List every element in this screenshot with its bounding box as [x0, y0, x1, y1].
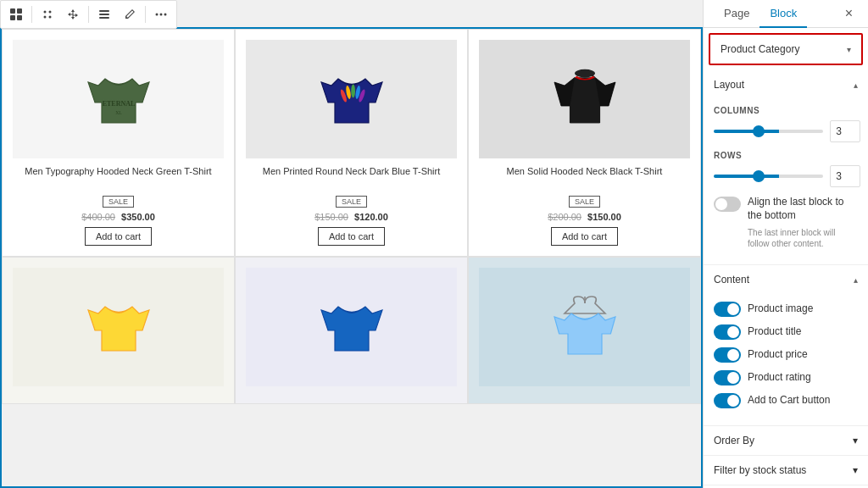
product-image-p6 — [479, 268, 690, 386]
columns-label: COLUMNS — [714, 106, 858, 115]
sale-price-p1: $350.00 — [121, 212, 155, 222]
product-image-p3 — [479, 40, 690, 158]
svg-rect-10 — [99, 17, 109, 19]
toggle-product-title: Product title — [714, 324, 858, 340]
svg-rect-8 — [99, 10, 109, 12]
layout-label: Layout — [714, 79, 744, 91]
grid-icon[interactable] — [6, 4, 26, 25]
columns-number-input[interactable]: 3 — [830, 120, 860, 142]
layout-header[interactable]: Layout ▴ — [704, 70, 868, 99]
svg-point-4 — [44, 11, 47, 14]
right-panel: Page Block × Product Category ▾ Layout ▴… — [703, 0, 868, 488]
columns-slider[interactable] — [714, 130, 823, 133]
toggle-product-rating-knob — [727, 372, 739, 384]
product-card-p5 — [235, 257, 468, 404]
order-by-chevron: ▾ — [853, 435, 858, 446]
toggle-product-title-knob — [727, 326, 739, 338]
order-by-section[interactable]: Order By ▾ — [704, 426, 868, 456]
more-icon[interactable] — [151, 4, 171, 25]
filter-stock-chevron: ▾ — [853, 464, 858, 476]
svg-text:XL: XL — [115, 110, 122, 115]
pen-icon[interactable] — [120, 4, 140, 25]
product-card-p1: ETERNAL XL Men Typography Hooded Neck Gr… — [2, 29, 235, 257]
product-category-label: Product Category — [721, 43, 799, 55]
toggle-product-title-label: Product title — [748, 325, 801, 339]
toggle-add-to-cart: Add to Cart button — [714, 392, 858, 408]
canvas-area: ETERNAL XL Men Typography Hooded Neck Gr… — [0, 0, 703, 488]
toggle-product-price: Product price — [714, 347, 858, 363]
product-category-header[interactable]: Product Category ▾ — [710, 35, 861, 64]
add-to-cart-p2[interactable]: Add to cart — [318, 227, 385, 246]
svg-point-12 — [160, 14, 163, 16]
product-image-p4 — [13, 268, 224, 386]
original-price-p1: $400.00 — [81, 212, 115, 222]
toggle-product-image-switch[interactable] — [714, 302, 741, 317]
svg-point-5 — [49, 11, 52, 14]
original-price-p3: $200.00 — [548, 212, 581, 222]
align-toggle[interactable] — [714, 197, 741, 212]
sale-badge-p3: SALE — [569, 196, 600, 208]
toggle-product-title-switch[interactable] — [714, 324, 741, 340]
divider-3 — [145, 6, 146, 23]
rows-slider[interactable] — [714, 175, 823, 178]
close-button[interactable]: × — [840, 0, 858, 27]
product-grid: ETERNAL XL Men Typography Hooded Neck Gr… — [2, 29, 701, 404]
toggle-product-price-switch[interactable] — [714, 347, 741, 363]
sale-price-p2: $120.00 — [354, 212, 388, 222]
product-title-p1: Men Typography Hooded Neck Green T-Shirt — [25, 165, 211, 191]
align-subtext: The last inner block will follow other c… — [748, 227, 858, 249]
svg-rect-3 — [17, 15, 22, 20]
filter-stock-section[interactable]: Filter by stock status ▾ — [704, 456, 868, 485]
svg-rect-2 — [10, 15, 15, 20]
product-category-chevron: ▾ — [847, 45, 851, 54]
toggle-add-to-cart-label: Add to Cart button — [748, 394, 830, 408]
product-category-section: Product Category ▾ — [709, 33, 863, 65]
svg-point-7 — [49, 16, 52, 19]
product-grid-wrapper: ETERNAL XL Men Typography Hooded Neck Gr… — [0, 27, 703, 488]
svg-point-18 — [351, 84, 355, 97]
order-by-label: Order By — [714, 435, 754, 446]
align-toggle-row: Align the last block to the bottom — [714, 196, 858, 222]
rows-number-input[interactable]: 3 — [830, 165, 860, 187]
original-price-p2: $150.00 — [314, 212, 348, 222]
svg-rect-1 — [17, 8, 22, 14]
columns-slider-row: 3 — [714, 120, 858, 142]
toggle-add-to-cart-knob — [727, 395, 739, 407]
divider-1 — [31, 6, 32, 23]
move-icon[interactable] — [37, 4, 58, 25]
price-row-p3: $200.00 $150.00 — [548, 212, 621, 222]
rows-slider-row: 3 — [714, 165, 858, 187]
product-card-p2: Men Printed Round Neck Dark Blue T-Shirt… — [235, 29, 468, 257]
product-image-p5 — [246, 268, 457, 386]
content-header[interactable]: Content ▴ — [704, 265, 868, 294]
add-to-cart-p3[interactable]: Add to cart — [551, 227, 618, 246]
content-section: Content ▴ Product image Product title — [704, 265, 868, 426]
divider-2 — [88, 6, 89, 23]
filter-stock-label: Filter by stock status — [714, 464, 806, 476]
price-row-p2: $150.00 $120.00 — [314, 212, 388, 222]
product-card-p4 — [2, 257, 235, 404]
content-label: Content — [714, 274, 749, 286]
tab-block[interactable]: Block — [760, 0, 807, 28]
list-icon[interactable] — [94, 4, 114, 25]
layout-chevron: ▴ — [854, 80, 858, 90]
toggle-product-rating-label: Product rating — [748, 371, 811, 385]
toggle-add-to-cart-switch[interactable] — [714, 393, 741, 408]
toggle-product-image-label: Product image — [748, 302, 813, 316]
product-title-p3: Men Solid Hooded Neck Black T-Shirt — [507, 165, 663, 191]
toggle-product-image-knob — [727, 303, 739, 315]
product-image-p2 — [246, 40, 457, 158]
content-toggles: Product image Product title Product pric… — [704, 294, 868, 425]
align-toggle-label: Align the last block to the bottom — [748, 196, 858, 222]
layout-section: Layout ▴ COLUMNS 3 ROWS 3 Align the last… — [704, 70, 868, 265]
add-to-cart-p1[interactable]: Add to cart — [85, 227, 152, 246]
svg-point-21 — [575, 69, 595, 78]
arrows-icon[interactable] — [63, 4, 83, 25]
toggle-product-price-knob — [727, 349, 739, 361]
svg-point-6 — [44, 16, 47, 19]
block-toolbar — [0, 0, 177, 29]
tab-page[interactable]: Page — [714, 0, 760, 28]
toggle-product-rating: Product rating — [714, 369, 858, 385]
toggle-product-rating-switch[interactable] — [714, 370, 741, 385]
toggle-product-image: Product image — [714, 301, 858, 317]
